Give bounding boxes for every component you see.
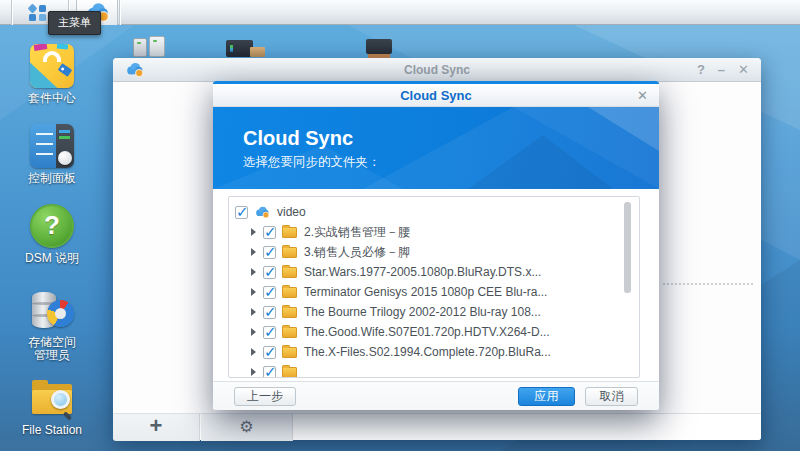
checkbox[interactable] (263, 346, 276, 359)
tree-item-label: 2.实战销售管理－腰 (304, 224, 410, 241)
expand-arrow-icon[interactable] (251, 348, 256, 356)
desktop-icon-file-station[interactable]: File Station (8, 376, 96, 437)
taskbar-divider (11, 0, 12, 25)
desktop-icon-label: 控制面板 (8, 172, 96, 185)
window-footer: + ⚙ (113, 413, 761, 440)
cloud-share-icon (254, 206, 271, 219)
package-center-icon (30, 44, 74, 88)
folder-icon (282, 227, 297, 238)
tree-row[interactable]: Star.Wars.1977-2005.1080p.BluRay.DTS.x..… (235, 262, 639, 282)
expand-arrow-icon[interactable] (251, 368, 256, 376)
expand-arrow-icon[interactable] (251, 328, 256, 336)
banner-title: Cloud Sync (243, 127, 353, 150)
desktop-icon-label: DSM 说明 (8, 252, 96, 265)
wallpaper-nas-device (366, 39, 392, 54)
cloud-sync-dialog: Cloud Sync ✕ Cloud Sync 选择您要同步的文件夹： (213, 81, 659, 410)
control-panel-icon (30, 124, 74, 168)
desktop-icon-storage-manager[interactable]: 存储空间管理员 (8, 288, 96, 362)
folder-icon (282, 267, 297, 278)
folder-icon (282, 327, 297, 338)
taskbar (0, 0, 800, 25)
drop-area-dotted-line (663, 283, 753, 285)
dialog-banner: Cloud Sync 选择您要同步的文件夹： (213, 107, 659, 189)
wallpaper-nas-device (149, 36, 165, 57)
folder-icon (282, 307, 297, 318)
tree-item-label: The.X-Files.S02.1994.Complete.720p.BluRa… (304, 345, 551, 359)
tree-row[interactable]: The.X-Files.S02.1994.Complete.720p.BluRa… (235, 342, 639, 362)
add-task-button[interactable]: + (113, 414, 200, 441)
tree-row[interactable]: Terminator Genisys 2015 1080p CEE Blu-ra… (235, 282, 639, 302)
window-titlebar[interactable]: Cloud Sync ? – ✕ (113, 58, 761, 82)
checkbox[interactable] (263, 326, 276, 339)
dialog-footer: 上一步 应用 取消 (213, 381, 659, 410)
tree-row[interactable]: 3.销售人员必修－脚 (235, 242, 639, 262)
close-button[interactable]: ✕ (738, 62, 749, 77)
cancel-button[interactable]: 取消 (585, 387, 638, 406)
tree-row[interactable]: 2.实战销售管理－腰 (235, 222, 639, 242)
back-button[interactable]: 上一步 (234, 387, 296, 406)
wallpaper-nas-device (133, 38, 147, 57)
tree-item-label: 3.销售人员必修－脚 (304, 244, 410, 261)
checkbox[interactable] (263, 306, 276, 319)
desktop-icon-package-center[interactable]: 套件中心 (8, 44, 96, 105)
tree-root-row[interactable]: video (235, 202, 639, 222)
storage-manager-icon (30, 288, 74, 332)
checkbox[interactable] (263, 246, 276, 259)
tree-row[interactable]: The Bourne Trilogy 2002-2012 Blu-ray 108… (235, 302, 639, 322)
window-title: Cloud Sync (113, 63, 761, 77)
tooltip: 主菜单 (48, 11, 101, 35)
folder-icon (282, 247, 297, 258)
dialog-close-button[interactable]: ✕ (637, 88, 648, 103)
checkbox[interactable] (263, 226, 276, 239)
expand-arrow-icon[interactable] (251, 268, 256, 276)
desktop: 主菜单 套件中心 控制面板 ? DSM 说明 存储空间管理员 File Stat… (0, 0, 800, 451)
apply-button[interactable]: 应用 (518, 387, 575, 406)
expand-arrow-icon[interactable] (251, 288, 256, 296)
expand-arrow-icon[interactable] (251, 248, 256, 256)
tree-item-label: Star.Wars.1977-2005.1080p.BluRay.DTS.x..… (304, 265, 541, 279)
checkbox[interactable] (235, 206, 248, 219)
folder-icon (282, 347, 297, 358)
taskbar-divider (119, 0, 120, 25)
desktop-icon-label: 存储空间管理员 (8, 336, 96, 362)
folder-icon (282, 287, 297, 298)
checkbox[interactable] (263, 266, 276, 279)
help-question-icon: ? (30, 204, 74, 248)
checkbox[interactable] (263, 286, 276, 299)
folder-tree: video 2.实战销售管理－腰 3.销售人员必修－脚 (228, 196, 640, 378)
dialog-titlebar[interactable]: Cloud Sync ✕ (213, 84, 659, 107)
wallpaper-nas-device (226, 40, 253, 57)
desktop-icon-control-panel[interactable]: 控制面板 (8, 124, 96, 185)
tree-row[interactable]: The.Good.Wife.S07E01.720p.HDTV.X264-D... (235, 322, 639, 342)
tree-item-label: video (277, 205, 306, 219)
desktop-icon-label: File Station (8, 424, 96, 437)
tree-item-label: The Bourne Trilogy 2002-2012 Blu-ray 108… (304, 305, 541, 319)
scrollbar-thumb[interactable] (624, 202, 631, 293)
gear-icon: ⚙ (239, 418, 253, 435)
expand-arrow-icon[interactable] (251, 228, 256, 236)
minimize-button[interactable]: – (718, 62, 725, 77)
checkbox[interactable] (263, 366, 276, 379)
expand-arrow-icon[interactable] (251, 308, 256, 316)
main-menu-icon (28, 5, 48, 21)
desktop-icon-dsm-help[interactable]: ? DSM 说明 (8, 204, 96, 265)
tree-item-label: The.Good.Wife.S07E01.720p.HDTV.X264-D... (304, 325, 550, 339)
folder-icon (282, 367, 297, 378)
tree-item-label: Terminator Genisys 2015 1080p CEE Blu-ra… (304, 285, 547, 299)
desktop-icon-label: 套件中心 (8, 92, 96, 105)
settings-button[interactable]: ⚙ (201, 414, 293, 441)
tree-row[interactable] (235, 362, 639, 378)
wallpaper-box (250, 47, 265, 57)
help-button[interactable]: ? (697, 62, 705, 77)
file-station-icon (30, 376, 74, 420)
banner-subtitle: 选择您要同步的文件夹： (243, 154, 381, 171)
dialog-title: Cloud Sync (213, 88, 659, 103)
